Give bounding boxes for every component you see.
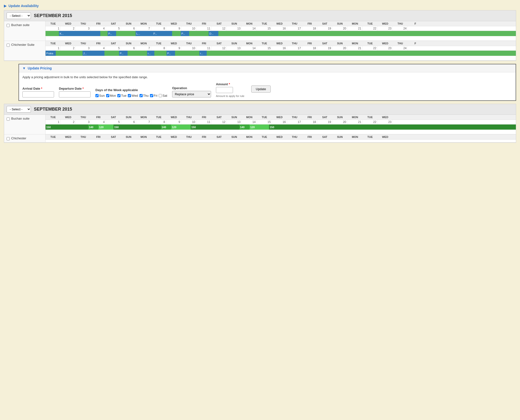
pricing-buchan-numbers: 1 2 3 4 5 6 7 8 9 10 11 12 13 14 15 16 1	[46, 120, 516, 124]
chichester-suite-row: Chichester Suite TUE WED THU FRI SAT SUN…	[4, 41, 516, 61]
buchan-seg-9[interactable]	[172, 31, 181, 36]
day-sun[interactable]: Sun	[95, 94, 105, 97]
chi-seg-3[interactable]: J...	[83, 51, 104, 56]
day-mon[interactable]: Mon	[106, 94, 116, 97]
pricing-header: ▼ Update Pricing	[19, 64, 516, 72]
price-bar-140-2[interactable]: 140	[161, 124, 171, 130]
pricing-chichester-calendar: TUE WED THU FRI SAT SUN MON TUE WED THU …	[46, 134, 516, 142]
chi-seg-5[interactable]: P...	[119, 51, 128, 56]
dh-wed3: WED	[272, 22, 287, 25]
chi-seg-7[interactable]: r...	[147, 51, 154, 56]
pricing-buchan-label: Buchan suite	[4, 115, 46, 134]
availability-select[interactable]: - Select -	[7, 12, 31, 19]
chi-seg-12[interactable]	[207, 51, 516, 56]
update-pricing-header[interactable]: ▼ Update Pricing	[22, 66, 52, 70]
price-bar-120-2[interactable]: 120	[171, 124, 191, 130]
pricing-buchan-checkbox[interactable]	[7, 117, 10, 121]
day-thu[interactable]: Thu	[139, 94, 149, 97]
buchan-calendar: TUE WED THU FRI SAT SUN MON TUE WED THU …	[46, 21, 516, 41]
price-bar-150-1[interactable]: 150	[46, 124, 88, 130]
update-availability-header[interactable]: ▶ Update Availability	[4, 4, 516, 8]
price-bar-150-3[interactable]: 150	[191, 124, 239, 130]
chi-seg-8[interactable]	[154, 51, 167, 56]
chi-seg-11[interactable]: r...	[199, 51, 207, 56]
pricing-body: Apply a pricing adjustment in bulk to th…	[19, 72, 516, 100]
chi-seg-2[interactable]	[56, 51, 83, 56]
day-wed[interactable]: Wed	[128, 94, 138, 97]
dh-thu2: THU	[181, 22, 196, 25]
pricing-month-title: SEPTEMBER 2015	[34, 107, 72, 112]
buchan-seg-6[interactable]: L...	[136, 31, 144, 36]
pricing-buchan-calendar: TUE WED THU FRI SAT SUN MON TUE WED THU …	[46, 115, 516, 134]
update-pricing-button[interactable]: Update	[251, 86, 271, 93]
pricing-chichester-row: Chichester TUE WED THU FRI SAT SUN MON T…	[4, 134, 516, 143]
buchan-checkbox[interactable]	[7, 24, 10, 27]
price-bar-140-1[interactable]: 140	[88, 124, 98, 130]
pricing-chichester-label: Chichester	[4, 134, 46, 142]
buchan-seg-10[interactable]: P...	[181, 31, 189, 36]
price-bar-120-3[interactable]: 120	[250, 124, 269, 130]
buchan-seg-3[interactable]	[100, 31, 108, 36]
price-bar-150-2[interactable]: 150	[113, 124, 161, 130]
dh-thu4: THU	[393, 22, 408, 25]
operation-select[interactable]: Replace priceAdd amountSubtract amountAd…	[172, 91, 211, 97]
pricing-chichester-checkbox[interactable]	[7, 137, 10, 140]
buchan-seg-2[interactable]: K...	[59, 31, 100, 36]
buchan-seg-4[interactable]: P...	[108, 31, 116, 36]
buchan-room-name: Buchan suite	[11, 23, 29, 27]
amount-input[interactable]	[216, 87, 233, 93]
chi-seg-9[interactable]: P...	[167, 51, 175, 56]
departure-date-label: Departure Date *	[59, 87, 91, 90]
price-bar-120-1[interactable]: 120	[98, 124, 113, 130]
chi-seg-1[interactable]: Praka	[46, 51, 56, 56]
price-bar-150-4[interactable]: 150	[269, 124, 516, 130]
dh-fri2: FRI	[196, 22, 212, 25]
chi-seg-6[interactable]	[128, 51, 147, 56]
pricing-fields: Arrival Date * Departure Date * Days of …	[22, 82, 512, 97]
buchan-seg-13[interactable]	[218, 31, 516, 36]
buchan-day-numbers: 1 2 3 4 5 6 7 8 9 10 11 12 13 14 15 16 1	[46, 26, 516, 31]
update-pricing-title: Update Pricing	[28, 66, 52, 70]
day-tue[interactable]: Tue	[117, 94, 126, 97]
chi-seg-10[interactable]	[175, 51, 199, 56]
price-bar-140-3[interactable]: 140	[239, 124, 250, 130]
chichester-day-headers: TUE WED THU FRI SAT SUN MON TUE WED THU …	[46, 41, 516, 46]
availability-month-title: SEPTEMBER 2015	[34, 13, 72, 18]
pricing-calendar-select[interactable]: - Select -	[7, 106, 31, 113]
days-of-week-group: Days of the Week applicable Sun Mon Tue …	[95, 88, 167, 97]
amount-label: Amount *	[216, 82, 244, 86]
buchan-seg-11[interactable]	[189, 31, 209, 36]
days-of-week-label: Days of the Week applicable	[95, 88, 167, 92]
buchan-seg-1[interactable]	[46, 31, 59, 36]
pricing-calendar-section: - Select - SEPTEMBER 2015 Buchan suite T…	[4, 104, 516, 143]
day-sat[interactable]: Sat	[159, 94, 167, 97]
buchan-seg-8[interactable]: P...	[153, 31, 172, 36]
pricing-description: Apply a pricing adjustment in bulk to th…	[22, 75, 512, 79]
dh-thu3: THU	[287, 22, 302, 25]
chichester-day-numbers: 1 2 3 4 5 6 7 8 9 10 11 12 13 14 15 16 1	[46, 46, 516, 51]
dh-f: F	[408, 22, 423, 25]
buchan-blank-row	[46, 36, 516, 41]
buchan-day-headers: TUE WED THU FRI SAT SUN MON TUE WED THU …	[46, 21, 516, 26]
arrival-date-input[interactable]	[22, 91, 54, 97]
buchan-seg-12[interactable]: D...	[209, 31, 218, 36]
dh-tue3: TUE	[257, 22, 272, 25]
day-fri[interactable]: Fri	[150, 94, 157, 97]
amount-hint: Amount to apply for rule	[216, 95, 244, 97]
buchan-seg-5[interactable]	[116, 31, 136, 36]
availability-section: - Select - SEPTEMBER 2015 Buchan suite T…	[4, 10, 516, 61]
departure-date-input[interactable]	[59, 91, 91, 97]
buchan-label-col: Buchan suite	[4, 21, 46, 41]
pricing-buchan-blank	[46, 130, 516, 134]
buchan-seg-7[interactable]	[144, 31, 153, 36]
chichester-checkbox[interactable]	[7, 44, 10, 47]
chichester-room-name: Chichester Suite	[11, 43, 34, 47]
chi-seg-4[interactable]	[104, 51, 119, 56]
dh-fri3: FRI	[302, 22, 317, 25]
dh-mon3: MON	[347, 22, 362, 25]
dh-sat2: SAT	[212, 22, 227, 25]
chichester-blank-row	[46, 56, 516, 60]
dh-mon2: MON	[242, 22, 257, 25]
dh-wed4: WED	[378, 22, 393, 25]
dh-sun1: SUN	[121, 22, 136, 25]
